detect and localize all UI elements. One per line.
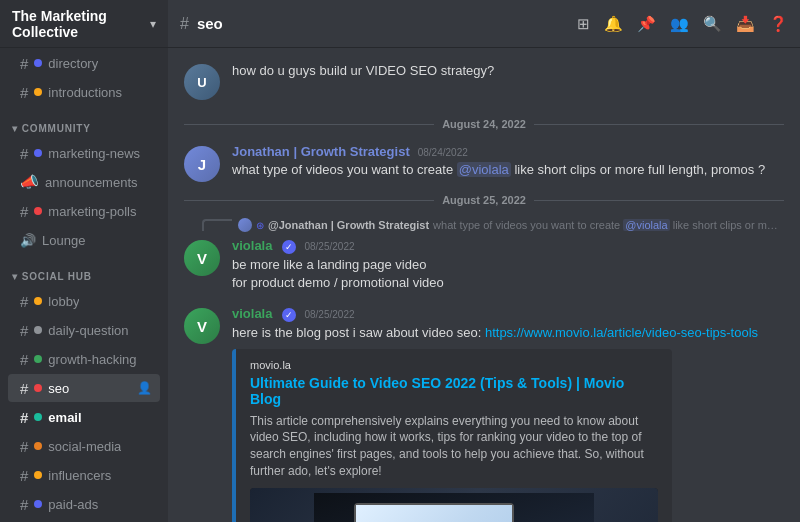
date-label: August 25, 2022 xyxy=(442,194,526,206)
sidebar-item-email[interactable]: # email xyxy=(8,403,160,431)
message-text-jonathan: what type of videos you want to create @… xyxy=(232,161,784,179)
avatar: U xyxy=(184,64,220,100)
verified-badge-2: ✓ xyxy=(282,308,296,322)
sidebar-item-marketing-polls[interactable]: # marketing-polls xyxy=(8,197,160,225)
message-content-violala-link: violala ✓ 08/25/2022 here is the blog po… xyxy=(232,306,784,522)
channel-label: social-media xyxy=(48,439,121,454)
verified-badge: ✓ xyxy=(282,240,296,254)
avatar-violala-2: V xyxy=(184,308,220,344)
members-icon[interactable]: 👥 xyxy=(670,15,689,33)
date-label: August 24, 2022 xyxy=(442,118,526,130)
speaker-icon: 🔊 xyxy=(20,233,36,248)
reply-avatar xyxy=(238,218,252,232)
message-timestamp-2: 08/25/2022 xyxy=(304,309,354,320)
mention-violala[interactable]: @violala xyxy=(457,162,511,177)
hash-icon: # xyxy=(20,145,28,162)
divider-line xyxy=(184,124,434,125)
sidebar-item-introductions[interactable]: # introductions xyxy=(8,78,160,106)
embed-card: movio.la Ultimate Guide to Video SEO 202… xyxy=(232,349,672,522)
message-header: violala ✓ 08/25/2022 xyxy=(232,306,784,322)
channel-label: marketing-news xyxy=(48,146,140,161)
embed-title[interactable]: Ultimate Guide to Video SEO 2022 (Tips &… xyxy=(250,375,658,407)
channel-label: introductions xyxy=(48,85,122,100)
channel-dot xyxy=(34,297,42,305)
reply-line-decoration xyxy=(202,219,232,231)
channel-dot xyxy=(34,88,42,96)
sidebar-item-lounge[interactable]: 🔊 Lounge xyxy=(8,226,160,254)
screen-content: Video SEO xyxy=(356,505,512,522)
chevron-down-icon: ▾ xyxy=(150,17,156,31)
main-content: # seo ⊞ 🔔 📌 👥 🔍 📥 ❓ U how do u guys buil… xyxy=(168,0,800,522)
message-timestamp: 08/25/2022 xyxy=(304,241,354,252)
sidebar-item-directory[interactable]: # directory xyxy=(8,49,160,77)
message-text-violala-1: be more like a landing page video xyxy=(232,256,784,274)
message-header: violala ✓ 08/25/2022 xyxy=(232,238,784,254)
channel-list: # directory # introductions ▾ COMMUNITY … xyxy=(0,48,168,522)
topbar-actions: ⊞ 🔔 📌 👥 🔍 📥 ❓ xyxy=(577,15,788,33)
sidebar-item-growth-hacking[interactable]: # growth-hacking xyxy=(8,345,160,373)
message-timestamp: 08/24/2022 xyxy=(418,147,468,158)
section-header-social-hub[interactable]: ▾ SOCIAL HUB xyxy=(0,255,168,286)
channel-dot xyxy=(34,326,42,334)
inbox-icon[interactable]: 📥 xyxy=(736,15,755,33)
hash-icon: # xyxy=(20,496,28,513)
sidebar-item-influencers[interactable]: # influencers xyxy=(8,461,160,489)
msg-text-before-link: here is the blog post i saw about video … xyxy=(232,325,485,340)
hashtag-icon[interactable]: ⊞ xyxy=(577,15,590,33)
sidebar-item-announcements[interactable]: 📣 announcements xyxy=(8,168,160,196)
sidebar-item-lobby[interactable]: # lobby xyxy=(8,287,160,315)
messages-container: U how do u guys build ur VIDEO SEO strat… xyxy=(168,48,800,522)
hash-icon: # xyxy=(20,203,28,220)
message-group: U how do u guys build ur VIDEO SEO strat… xyxy=(184,60,784,102)
sidebar-item-seo[interactable]: # seo 👤 xyxy=(8,374,160,402)
channel-dot xyxy=(34,471,42,479)
channel-label: announcements xyxy=(45,175,138,190)
hash-icon: # xyxy=(20,55,28,72)
channel-dot xyxy=(34,355,42,363)
message-content-violala: violala ✓ 08/25/2022 be more like a land… xyxy=(232,238,784,292)
sidebar-item-social-media[interactable]: # social-media xyxy=(8,432,160,460)
laptop-screen: Video SEO xyxy=(354,503,514,522)
divider-line xyxy=(534,124,784,125)
avatar-jonathan: J xyxy=(184,146,220,182)
search-icon[interactable]: 🔍 xyxy=(703,15,722,33)
help-icon[interactable]: ❓ xyxy=(769,15,788,33)
channel-label: lobby xyxy=(48,294,79,309)
hash-icon: # xyxy=(20,380,28,397)
hash-icon: # xyxy=(20,322,28,339)
sidebar-item-marketing-news[interactable]: # marketing-news xyxy=(8,139,160,167)
divider-line xyxy=(184,200,434,201)
username-violala-2: violala xyxy=(232,306,272,321)
section-label: COMMUNITY xyxy=(22,123,91,134)
hash-icon: # xyxy=(20,293,28,310)
message-text-violala-2: for product demo / promotional video xyxy=(232,274,784,292)
channel-dot xyxy=(34,384,42,392)
embed-image-background: Video SEO xyxy=(250,488,658,522)
channel-dot xyxy=(34,149,42,157)
message-header: Jonathan | Growth Strategist 08/24/2022 xyxy=(232,144,784,159)
channel-dot xyxy=(34,500,42,508)
embed-description: This article comprehensively explains ev… xyxy=(250,413,658,480)
section-label: SOCIAL HUB xyxy=(22,271,92,282)
channel-label: paid-ads xyxy=(48,497,98,512)
user-add-icon[interactable]: 👤 xyxy=(137,381,152,395)
channel-label: daily-question xyxy=(48,323,128,338)
section-header-community[interactable]: ▾ COMMUNITY xyxy=(0,107,168,138)
sidebar-item-daily-question[interactable]: # daily-question xyxy=(8,316,160,344)
reply-content: ⊛ @Jonathan | Growth Strategist what typ… xyxy=(238,218,783,232)
channel-label: marketing-polls xyxy=(48,204,136,219)
message-text-link: here is the blog post i saw about video … xyxy=(232,324,784,342)
hash-icon: # xyxy=(20,351,28,368)
server-name: The Marketing Collective xyxy=(12,8,150,40)
reply-preview-text: what type of videos you want to create @… xyxy=(433,219,783,231)
date-divider-aug24: August 24, 2022 xyxy=(184,118,784,130)
embed-site-name: movio.la xyxy=(250,359,658,371)
sidebar: The Marketing Collective ▾ # directory #… xyxy=(0,0,168,522)
movio-link[interactable]: https://www.movio.la/article/video-seo-t… xyxy=(485,325,758,340)
pin-icon[interactable]: 📌 xyxy=(637,15,656,33)
notification-icon[interactable]: 🔔 xyxy=(604,15,623,33)
server-header[interactable]: The Marketing Collective ▾ xyxy=(0,0,168,48)
channel-label: seo xyxy=(48,381,69,396)
sidebar-item-paid-ads[interactable]: # paid-ads xyxy=(8,490,160,518)
message-content-jonathan: Jonathan | Growth Strategist 08/24/2022 … xyxy=(232,144,784,182)
